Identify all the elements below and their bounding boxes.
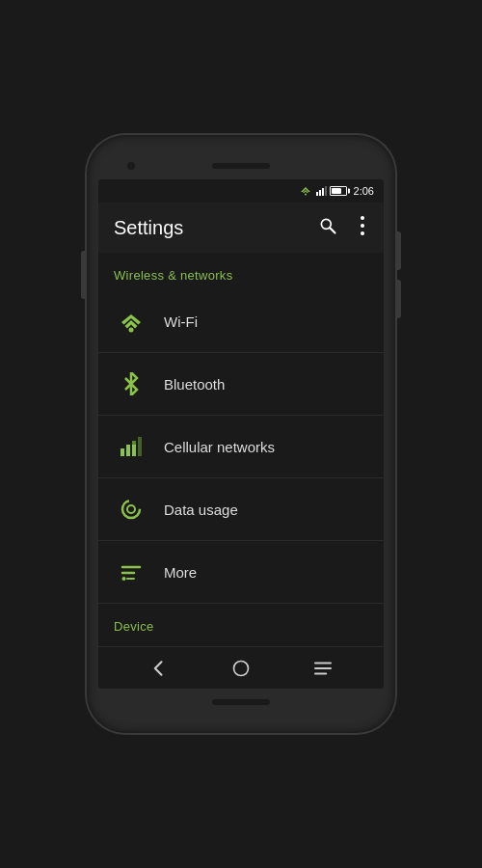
- svg-point-10: [361, 224, 364, 228]
- datausage-icon-container: [114, 492, 148, 527]
- more-options-icon: [361, 216, 364, 235]
- svg-point-20: [122, 501, 140, 518]
- app-bar-actions: [314, 212, 368, 244]
- phone-top-bar: [98, 152, 384, 179]
- earpiece-speaker: [212, 163, 270, 169]
- settings-item-wifi[interactable]: Wi-Fi: [98, 290, 384, 353]
- wifi-icon-container: [114, 304, 148, 339]
- more-label: More: [164, 564, 197, 581]
- app-title: Settings: [114, 217, 183, 239]
- cellular-icon: [120, 435, 143, 458]
- search-button[interactable]: [314, 212, 341, 244]
- more-icon: [120, 560, 143, 583]
- power-button[interactable]: [81, 251, 87, 299]
- app-bar: Settings: [98, 203, 384, 253]
- svg-rect-4: [319, 190, 321, 196]
- svg-point-28: [233, 661, 248, 675]
- datausage-label: Data usage: [164, 502, 238, 518]
- svg-point-21: [127, 505, 135, 513]
- settings-item-more[interactable]: More: [98, 541, 384, 604]
- signal-status-icon: [315, 185, 327, 197]
- svg-rect-5: [322, 188, 324, 196]
- svg-rect-19: [138, 437, 142, 456]
- status-bar: 2:06: [98, 179, 384, 203]
- settings-list: Wireless & networks Wi-Fi: [98, 253, 384, 646]
- wifi-status-icon: [299, 185, 312, 197]
- front-camera: [127, 162, 135, 170]
- volume-down-button[interactable]: [395, 280, 401, 318]
- svg-rect-15: [120, 448, 124, 456]
- home-nav-icon: [231, 659, 251, 678]
- svg-rect-3: [316, 192, 318, 196]
- bluetooth-icon-container: [114, 366, 148, 401]
- more-options-button[interactable]: [357, 212, 368, 244]
- svg-rect-16: [126, 445, 130, 456]
- section-header-device: Device: [98, 604, 384, 641]
- wifi-label: Wi-Fi: [164, 313, 198, 330]
- back-button[interactable]: [134, 653, 184, 684]
- status-icons: 2:06: [299, 185, 374, 197]
- search-icon: [318, 216, 337, 235]
- svg-point-11: [361, 231, 364, 235]
- svg-rect-18: [132, 441, 136, 445]
- settings-item-cellular[interactable]: Cellular networks: [98, 416, 384, 478]
- bluetooth-icon: [120, 372, 143, 395]
- section-header-wireless: Wireless & networks: [98, 253, 384, 290]
- bluetooth-label: Bluetooth: [164, 376, 225, 393]
- battery-status-icon: [330, 186, 347, 196]
- settings-item-bluetooth[interactable]: Bluetooth: [98, 353, 384, 416]
- recents-icon: [313, 661, 333, 676]
- svg-rect-6: [325, 186, 327, 196]
- phone-frame: 2:06 Settings: [87, 135, 395, 733]
- navigation-bar: [98, 646, 384, 689]
- volume-up-button[interactable]: [395, 231, 401, 270]
- bottom-speaker: [212, 699, 270, 705]
- svg-point-24: [122, 577, 126, 581]
- svg-line-8: [331, 228, 335, 232]
- settings-item-datausage[interactable]: Data usage: [98, 478, 384, 541]
- datausage-icon: [120, 498, 143, 521]
- cellular-label: Cellular networks: [164, 439, 275, 455]
- status-time: 2:06: [354, 185, 374, 197]
- phone-screen: 2:06 Settings: [98, 179, 384, 689]
- back-icon: [149, 659, 169, 678]
- home-nav-button[interactable]: [216, 653, 266, 684]
- cellular-icon-container: [114, 429, 148, 464]
- svg-point-2: [305, 194, 307, 196]
- recents-button[interactable]: [298, 655, 348, 682]
- wifi-icon: [120, 310, 143, 333]
- phone-bottom-bar: [98, 689, 384, 716]
- svg-point-14: [129, 328, 134, 333]
- more-icon-container: [114, 555, 148, 589]
- svg-point-9: [361, 216, 364, 220]
